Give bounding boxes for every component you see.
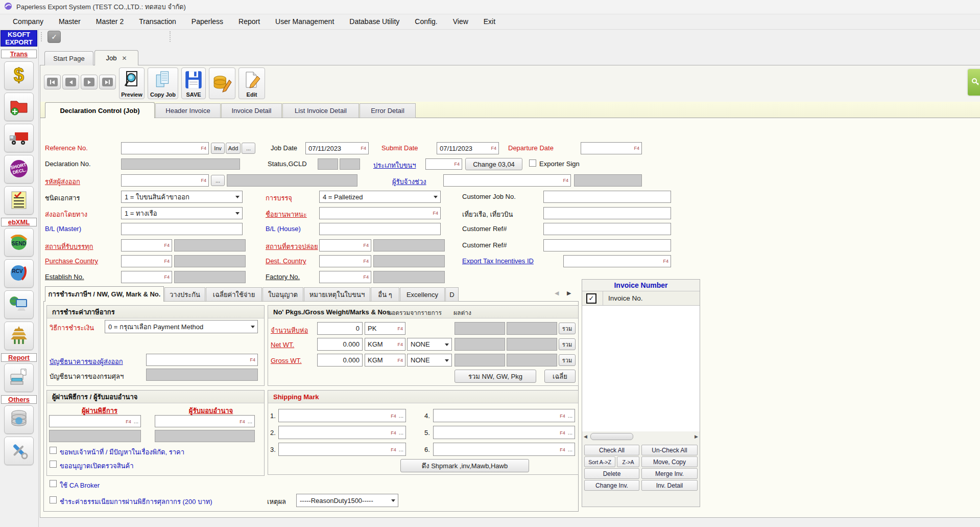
shipping-mark-2-input[interactable]: F4... bbox=[278, 426, 406, 439]
invoice-list[interactable] bbox=[582, 306, 700, 431]
customer-ref2-input[interactable] bbox=[543, 239, 671, 251]
inv-button[interactable]: Inv bbox=[211, 143, 225, 154]
shipping-mark-4-input[interactable]: F4... bbox=[433, 409, 575, 422]
open-inspect-checkbox[interactable] bbox=[50, 461, 57, 468]
reason-select[interactable]: -----ReasonDuty1500----- bbox=[296, 494, 398, 507]
export-tax-id-input[interactable]: F4 bbox=[563, 255, 671, 267]
release-place-input[interactable]: F4 bbox=[319, 239, 371, 251]
gross-wt-input[interactable]: 0.000 bbox=[317, 354, 363, 366]
add-button[interactable]: Add bbox=[226, 143, 241, 154]
last-record-button[interactable] bbox=[99, 75, 116, 89]
menu-master2[interactable]: Master 2 bbox=[88, 14, 131, 29]
tab-list-invoice-detail[interactable]: List Invoice Detail bbox=[282, 103, 359, 118]
dest-country-label[interactable]: Dest. Country bbox=[266, 257, 306, 265]
sidebar-item-rcv[interactable]: RCV bbox=[4, 259, 34, 288]
average-button[interactable]: เฉลี่ย bbox=[544, 370, 576, 383]
edit-button[interactable]: Edit bbox=[238, 67, 265, 99]
purchase-country-input[interactable]: F4 bbox=[121, 255, 172, 267]
merge-inv-button[interactable]: Merge Inv. bbox=[641, 468, 698, 479]
menu-company[interactable]: Company bbox=[5, 14, 51, 29]
meet-officer-checkbox[interactable] bbox=[50, 447, 57, 454]
toolbar-grip[interactable] bbox=[41, 32, 43, 41]
subcontractor-input[interactable]: F4 bbox=[443, 174, 571, 187]
menu-report[interactable]: Report bbox=[231, 14, 268, 29]
menu-database-utility[interactable]: Database Utility bbox=[342, 14, 407, 29]
sidebar-item-send[interactable]: SEND bbox=[4, 228, 34, 257]
exporter-sign-checkbox[interactable] bbox=[529, 159, 536, 167]
purchase-country-label[interactable]: Purchase Country bbox=[45, 257, 98, 265]
preview-button[interactable]: Preview bbox=[119, 67, 145, 99]
exporter-code-input[interactable]: F4 bbox=[121, 174, 209, 187]
fee-checkbox[interactable] bbox=[50, 496, 57, 503]
net-wt-none-select[interactable]: NONE bbox=[407, 338, 452, 351]
voyage-input[interactable] bbox=[543, 207, 671, 219]
menu-transaction[interactable]: Transaction bbox=[131, 14, 184, 29]
delete-button[interactable]: Delete bbox=[584, 468, 639, 479]
exporter-code-browse-button[interactable]: ... bbox=[211, 175, 225, 186]
net-wt-input[interactable]: 0.000 bbox=[317, 338, 363, 351]
shipping-mark-1-input[interactable]: F4... bbox=[278, 409, 406, 422]
doc-kind-label[interactable]: ประเภทใบขนฯ bbox=[373, 160, 416, 171]
tab-tax-nw-gw[interactable]: การชำระภาษีฯ / NW, GW, Mark & No. bbox=[45, 286, 164, 302]
pkg-sum-button[interactable]: รวม bbox=[559, 323, 576, 334]
broker-input[interactable]: F4... bbox=[49, 415, 141, 427]
invoice-header-checkbox[interactable]: ✓ bbox=[586, 293, 596, 304]
gross-wt-unit-input[interactable]: KGMF4 bbox=[365, 354, 405, 366]
tab-start-page[interactable]: Start Page bbox=[44, 51, 93, 65]
close-icon[interactable]: ✕ bbox=[122, 55, 127, 62]
tab-invoice-detail[interactable]: Invoice Detail bbox=[221, 103, 282, 118]
database-edit-button[interactable] bbox=[209, 67, 235, 99]
pull-shipmark-button[interactable]: ดึง Shpmark ,inv,Mawb,Hawb bbox=[400, 459, 529, 472]
doc-type-select[interactable]: 1 = ใบขนสินค้าขาออก bbox=[121, 191, 243, 203]
inv-detail-button[interactable]: Inv. Detail bbox=[641, 480, 698, 491]
tab-scroll-left-icon[interactable]: ◀ bbox=[555, 290, 559, 296]
loading-place-input[interactable]: F4 bbox=[121, 239, 172, 251]
sidebar-item-database[interactable] bbox=[4, 405, 34, 434]
factory-no-input[interactable]: F4 bbox=[319, 271, 371, 283]
shipping-mark-3-input[interactable]: F4... bbox=[278, 443, 406, 456]
establish-no-input[interactable]: F4 bbox=[121, 271, 172, 283]
reference-no-input[interactable]: F4 bbox=[121, 142, 209, 154]
sidebar-item-checklist[interactable] bbox=[4, 186, 34, 215]
tab-expense-avg[interactable]: เฉลี่ยค่าใช้จ่าย bbox=[206, 287, 262, 302]
net-wt-unit-input[interactable]: KGMF4 bbox=[365, 338, 405, 351]
export-tax-id-label[interactable]: Export Tax Incentives ID bbox=[462, 257, 534, 265]
establish-no-label[interactable]: Establish No. bbox=[45, 273, 84, 281]
invoice-no-column-header[interactable]: Invoice No. bbox=[603, 291, 643, 305]
subcontractor-label[interactable]: ผู้รับจ้างช่วง bbox=[392, 176, 426, 187]
next-record-button[interactable] bbox=[81, 75, 98, 89]
tab-error-detail[interactable]: Error Detail bbox=[360, 103, 416, 118]
loading-place-label[interactable]: สถานที่รับบรรทุก bbox=[45, 241, 93, 252]
sort-az-button[interactable]: Sort A->Z bbox=[584, 456, 615, 467]
change-0304-button[interactable]: Change 03,04 bbox=[465, 158, 522, 170]
copy-job-button[interactable]: Copy Job bbox=[148, 67, 178, 99]
attorney-input[interactable]: F4... bbox=[155, 415, 255, 427]
tab-declaration-remark[interactable]: หมายเหตุในใบขนฯ bbox=[304, 287, 370, 302]
dest-country-input[interactable]: F4 bbox=[319, 255, 371, 267]
tab-permit[interactable]: ใบอนุญาต bbox=[262, 287, 303, 302]
save-button[interactable]: SAVE bbox=[181, 67, 206, 99]
exporter-bank-label[interactable]: บัญชีธนาคารของผู้ส่งออก bbox=[50, 356, 123, 367]
scroll-right-icon[interactable]: ▶ bbox=[695, 434, 698, 439]
pkg-unit-input[interactable]: PKF4 bbox=[365, 322, 405, 335]
menu-paperless[interactable]: Paperless bbox=[184, 14, 231, 29]
uncheck-all-button[interactable]: Un-Check All bbox=[641, 445, 698, 455]
submit-date-input[interactable]: 07/11/2023F4 bbox=[437, 142, 499, 154]
sidebar-item-web[interactable] bbox=[4, 290, 34, 319]
gross-wt-label[interactable]: Gross WT. bbox=[271, 357, 302, 364]
sidebar-item-truck[interactable] bbox=[4, 124, 34, 152]
sum-nw-gw-pkg-button[interactable]: รวม NW, GW, Pkg bbox=[455, 370, 536, 383]
pkg-count-input[interactable]: 0 bbox=[317, 322, 363, 335]
payment-method-select[interactable]: 0 = กรุณาเลือก Payment Method bbox=[105, 320, 258, 333]
net-wt-label[interactable]: Net WT. bbox=[271, 341, 294, 349]
pkg-count-label[interactable]: จำนวนหีบห่อ bbox=[271, 325, 308, 336]
packing-select[interactable]: 4 = Palletized bbox=[319, 191, 441, 203]
v-toolbar-button[interactable]: ✓ bbox=[47, 31, 61, 43]
green-action-button[interactable] bbox=[967, 68, 980, 97]
tab-job[interactable]: Job ✕ bbox=[94, 50, 138, 65]
menu-master[interactable]: Master bbox=[51, 14, 88, 29]
sidebar-item-short-decl[interactable]: SHORTDECL. bbox=[4, 155, 34, 184]
tab-scroll-right-icon[interactable]: ▶ bbox=[567, 290, 571, 296]
menu-config[interactable]: Config. bbox=[407, 14, 445, 29]
vessel-name-label[interactable]: ชื่อยานพาหนะ bbox=[266, 209, 307, 220]
